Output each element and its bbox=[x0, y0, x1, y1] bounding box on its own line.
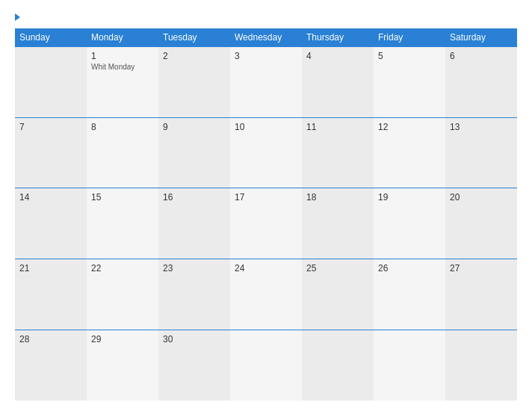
calendar-day-cell: 6 bbox=[445, 47, 517, 118]
col-header-friday: Friday bbox=[374, 28, 445, 47]
day-number: 24 bbox=[235, 263, 297, 274]
calendar-day-cell: 2 bbox=[158, 47, 230, 118]
day-number: 19 bbox=[378, 192, 441, 203]
calendar-table: SundayMondayTuesdayWednesdayThursdayFrid… bbox=[15, 28, 517, 401]
calendar-day-cell: 28 bbox=[15, 330, 87, 401]
logo-triangle-icon bbox=[15, 13, 20, 21]
day-number: 10 bbox=[235, 122, 297, 132]
day-number: 17 bbox=[235, 192, 297, 203]
day-number: 25 bbox=[306, 263, 369, 274]
day-number: 29 bbox=[91, 334, 154, 344]
calendar-week-row: 282930 bbox=[15, 330, 517, 401]
logo-blue-text bbox=[15, 13, 22, 21]
day-number: 15 bbox=[91, 192, 154, 203]
calendar-week-row: 1Whit Monday23456 bbox=[15, 47, 517, 118]
day-number: 5 bbox=[378, 51, 441, 61]
calendar-day-cell: 14 bbox=[15, 188, 87, 259]
calendar-day-cell: 17 bbox=[230, 188, 302, 259]
day-number: 11 bbox=[306, 122, 369, 132]
calendar-day-cell: 29 bbox=[87, 330, 158, 401]
calendar-day-cell: 22 bbox=[87, 259, 158, 330]
calendar-day-cell bbox=[230, 330, 302, 401]
day-event: Whit Monday bbox=[91, 63, 154, 71]
day-number: 26 bbox=[378, 263, 441, 274]
calendar-day-cell: 8 bbox=[87, 117, 158, 188]
day-number: 12 bbox=[378, 122, 441, 132]
calendar-day-cell: 25 bbox=[302, 259, 374, 330]
day-number: 9 bbox=[163, 122, 226, 132]
col-header-wednesday: Wednesday bbox=[230, 28, 302, 47]
calendar-day-cell: 15 bbox=[87, 188, 158, 259]
day-number: 16 bbox=[163, 192, 226, 203]
calendar-day-cell: 16 bbox=[158, 188, 230, 259]
calendar-day-cell: 19 bbox=[374, 188, 445, 259]
calendar-day-cell: 11 bbox=[302, 117, 374, 188]
calendar-day-cell: 13 bbox=[445, 117, 517, 188]
col-header-saturday: Saturday bbox=[445, 28, 517, 47]
calendar-day-cell: 10 bbox=[230, 117, 302, 188]
calendar-day-cell: 21 bbox=[15, 259, 87, 330]
calendar-day-cell: 7 bbox=[15, 117, 87, 188]
col-header-tuesday: Tuesday bbox=[158, 28, 230, 47]
day-number: 14 bbox=[19, 192, 82, 203]
calendar-day-cell: 12 bbox=[374, 117, 445, 188]
calendar-day-cell bbox=[374, 330, 445, 401]
calendar-day-cell: 30 bbox=[158, 330, 230, 401]
day-number: 7 bbox=[19, 122, 82, 132]
day-number: 8 bbox=[91, 122, 154, 132]
calendar-day-cell: 9 bbox=[158, 117, 230, 188]
calendar-day-cell: 18 bbox=[302, 188, 374, 259]
calendar-week-row: 78910111213 bbox=[15, 117, 517, 188]
col-header-sunday: Sunday bbox=[15, 28, 87, 47]
calendar-page: SundayMondayTuesdayWednesdayThursdayFrid… bbox=[0, 0, 532, 411]
day-number: 20 bbox=[450, 192, 513, 203]
calendar-week-row: 14151617181920 bbox=[15, 188, 517, 259]
col-header-thursday: Thursday bbox=[302, 28, 374, 47]
day-number: 3 bbox=[235, 51, 297, 61]
calendar-day-cell bbox=[15, 47, 87, 118]
day-number: 6 bbox=[450, 51, 513, 61]
day-number: 21 bbox=[19, 263, 82, 274]
calendar-day-cell bbox=[302, 330, 374, 401]
calendar-day-cell bbox=[445, 330, 517, 401]
day-number: 23 bbox=[163, 263, 226, 274]
day-number: 13 bbox=[450, 122, 513, 132]
calendar-day-cell: 3 bbox=[230, 47, 302, 118]
calendar-header-row: SundayMondayTuesdayWednesdayThursdayFrid… bbox=[15, 28, 517, 47]
logo bbox=[15, 13, 22, 21]
calendar-day-cell: 26 bbox=[374, 259, 445, 330]
header bbox=[15, 13, 517, 21]
calendar-day-cell: 24 bbox=[230, 259, 302, 330]
calendar-week-row: 21222324252627 bbox=[15, 259, 517, 330]
calendar-day-cell: 20 bbox=[445, 188, 517, 259]
calendar-day-cell: 23 bbox=[158, 259, 230, 330]
col-header-monday: Monday bbox=[87, 28, 158, 47]
day-number: 1 bbox=[91, 51, 154, 61]
calendar-day-cell: 27 bbox=[445, 259, 517, 330]
day-number: 18 bbox=[306, 192, 369, 203]
day-number: 2 bbox=[163, 51, 226, 61]
calendar-day-cell: 1Whit Monday bbox=[87, 47, 158, 118]
day-number: 22 bbox=[91, 263, 154, 274]
day-number: 27 bbox=[450, 263, 513, 274]
day-number: 4 bbox=[306, 51, 369, 61]
calendar-day-cell: 4 bbox=[302, 47, 374, 118]
day-number: 28 bbox=[19, 334, 82, 344]
calendar-day-cell: 5 bbox=[374, 47, 445, 118]
day-number: 30 bbox=[163, 334, 226, 344]
